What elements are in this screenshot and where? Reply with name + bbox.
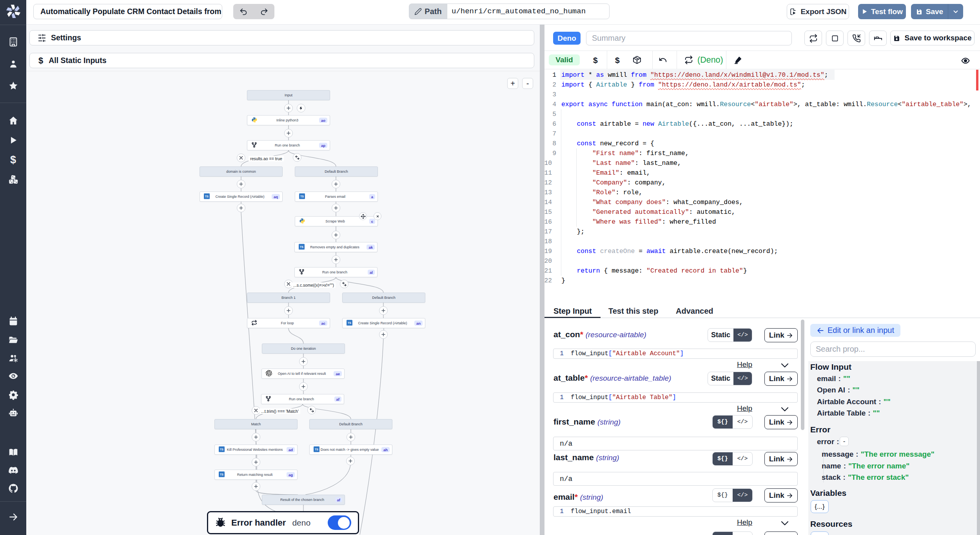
svg-text:TS: TS [205, 195, 209, 198]
svg-text:TS: TS [348, 322, 351, 324]
svg-text:TS: TS [300, 246, 303, 248]
svg-text:TS: TS [315, 448, 318, 451]
svg-text:TS: TS [300, 195, 304, 198]
svg-text:TS: TS [220, 448, 223, 451]
svg-text:TS: TS [220, 473, 223, 476]
